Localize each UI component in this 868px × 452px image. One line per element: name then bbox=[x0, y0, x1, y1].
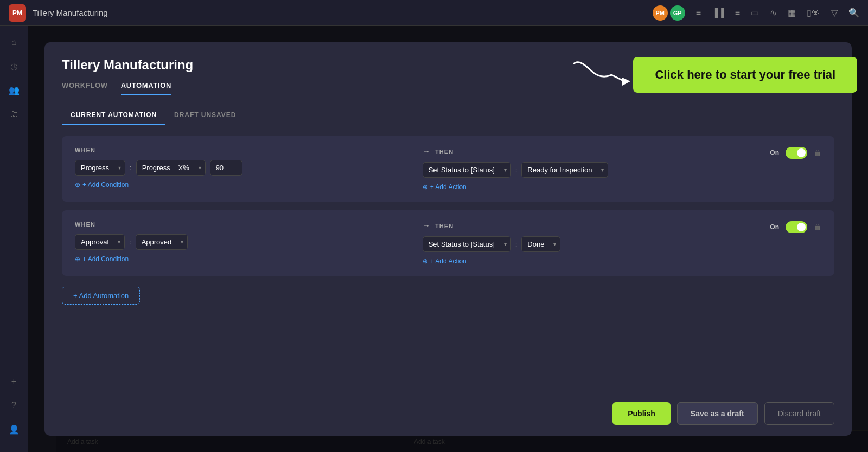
rule-conditions-row-2: Approval ▾ : Approved ▾ bbox=[75, 234, 414, 250]
top-bar-right-icons: 👁 ▽ 🔍 bbox=[812, 8, 859, 18]
delete-rule-1[interactable]: 🗑 bbox=[814, 148, 821, 157]
sidebar-item-users[interactable]: 👥 bbox=[4, 80, 24, 100]
when-field-wrap-1: Progress ▾ bbox=[75, 160, 125, 176]
rule-then-arrow-2: → bbox=[423, 221, 431, 230]
toolbar-icons: ≡ ▐▐ ≡ ▭ ∿ ▦ ▯ bbox=[696, 8, 812, 18]
file-icon[interactable]: ▯ bbox=[807, 8, 812, 18]
content-area: Tillery Manufacturing WORKFLOW AUTOMATIO… bbox=[28, 26, 868, 452]
add-action-2[interactable]: ⊕ + Add Action bbox=[423, 257, 762, 265]
tab-workflow[interactable]: WORKFLOW bbox=[62, 81, 108, 95]
add-condition-icon-2: ⊕ bbox=[75, 255, 80, 263]
sidebar-add[interactable]: + bbox=[4, 372, 24, 391]
rule-then-row-1: Set Status to [Status] ▾ : Ready for Ins… bbox=[423, 162, 762, 178]
rule-then-text-1: THEN bbox=[435, 148, 454, 155]
toggle-label-2: On bbox=[770, 223, 779, 231]
rule-main-2: WHEN Approval ▾ : bbox=[75, 221, 821, 265]
rule-when-label-2: WHEN bbox=[75, 221, 414, 228]
search-icon[interactable]: 🔍 bbox=[848, 8, 859, 18]
add-action-label-1: + Add Action bbox=[430, 183, 467, 191]
when-condition-wrap-1: Progress = X% ▾ bbox=[136, 160, 206, 176]
rule-when-2: WHEN Approval ▾ : bbox=[75, 221, 414, 263]
rule-then-arrow-1: → bbox=[423, 147, 431, 156]
then-action-wrap-2: Set Status to [Status] ▾ bbox=[423, 236, 511, 252]
tab-draft-unsaved[interactable]: DRAFT UNSAVED bbox=[165, 106, 245, 125]
then-value-wrap-2: Done ▾ bbox=[521, 236, 560, 252]
rule-then-text-2: THEN bbox=[435, 223, 454, 229]
when-condition-select-1[interactable]: Progress = X% bbox=[136, 160, 206, 176]
main-layout: ⌂ ◷ 👥 🗂 + ? 👤 Tillery Manufacturing WORK… bbox=[0, 26, 868, 452]
tab-current-automation[interactable]: CURRENT AUTOMATION bbox=[62, 106, 165, 125]
rule-sep-1: : bbox=[130, 164, 132, 172]
chart-icon[interactable]: ∿ bbox=[770, 8, 777, 18]
then-value-wrap-1: Ready for Inspection ▾ bbox=[521, 162, 608, 178]
then-sep-1: : bbox=[515, 166, 518, 174]
app-logo: PM bbox=[9, 4, 26, 22]
automation-modal: Tillery Manufacturing WORKFLOW AUTOMATIO… bbox=[44, 42, 852, 436]
add-action-icon-2: ⊕ bbox=[423, 257, 428, 265]
rule-main-1: WHEN Progress ▾ : bbox=[75, 147, 821, 191]
when-condition-select-2[interactable]: Approved bbox=[136, 234, 188, 250]
svg-marker-0 bbox=[622, 78, 630, 86]
automation-tabs: CURRENT AUTOMATION DRAFT UNSAVED bbox=[62, 106, 834, 125]
rule-controls-1: On 🗑 bbox=[770, 147, 821, 159]
when-field-wrap-2: Approval ▾ bbox=[75, 234, 125, 250]
sidebar-bottom: + ? 👤 bbox=[4, 372, 24, 445]
add-action-label-2: + Add Action bbox=[430, 257, 467, 265]
tab-automation[interactable]: AUTOMATION bbox=[121, 81, 171, 95]
then-value-select-2[interactable]: Done bbox=[521, 236, 560, 252]
sidebar-help[interactable]: ? bbox=[4, 396, 24, 415]
sidebar-item-clock[interactable]: ◷ bbox=[4, 56, 24, 76]
when-field-select-1[interactable]: Progress bbox=[75, 160, 125, 176]
top-bar-title: Tillery Manufacturing bbox=[33, 8, 653, 17]
avatar-group: PM GP bbox=[653, 5, 685, 21]
delete-rule-2[interactable]: 🗑 bbox=[814, 223, 821, 231]
then-action-wrap-1: Set Status to [Status] ▾ bbox=[423, 162, 511, 178]
filter-icon[interactable]: ▽ bbox=[831, 8, 838, 18]
publish-button[interactable]: Publish bbox=[612, 402, 671, 425]
when-field-select-2[interactable]: Approval bbox=[75, 234, 125, 250]
automation-rule-2: WHEN Approval ▾ : bbox=[62, 210, 834, 276]
discard-draft-button[interactable]: Discard draft bbox=[764, 402, 834, 425]
then-action-select-2[interactable]: Set Status to [Status] bbox=[423, 236, 511, 252]
add-condition-label-1: + Add Condition bbox=[82, 181, 129, 189]
sidebar-item-home[interactable]: ⌂ bbox=[4, 33, 24, 52]
then-action-select-1[interactable]: Set Status to [Status] bbox=[423, 162, 511, 178]
cta-free-trial-button[interactable]: Click here to start your free trial bbox=[633, 57, 857, 93]
when-value-input-1[interactable] bbox=[210, 160, 242, 176]
rule-then-row-2: Set Status to [Status] ▾ : Done ▾ bbox=[423, 236, 762, 252]
rule-then-label-1: → THEN bbox=[423, 147, 762, 156]
eye-icon[interactable]: 👁 bbox=[812, 8, 820, 18]
columns-icon[interactable]: ▐▐ bbox=[712, 8, 724, 18]
sidebar: ⌂ ◷ 👥 🗂 + ? 👤 bbox=[0, 26, 28, 452]
top-bar: PM Tillery Manufacturing PM GP ≡ ▐▐ ≡ ▭ … bbox=[0, 0, 868, 26]
rule-then-1: → THEN Set Status to [Status] ▾ bbox=[423, 147, 762, 191]
add-condition-icon-1: ⊕ bbox=[75, 181, 80, 189]
calendar-icon[interactable]: ▦ bbox=[788, 8, 796, 18]
add-automation-button[interactable]: + Add Automation bbox=[62, 287, 140, 305]
toggle-1[interactable] bbox=[786, 147, 807, 159]
rule-then-label-2: → THEN bbox=[423, 221, 762, 230]
rule-then-2: → THEN Set Status to [Status] ▾ bbox=[423, 221, 762, 265]
sidebar-profile[interactable]: 👤 bbox=[4, 419, 24, 439]
rule-conditions-row-1: Progress ▾ : Progress = X% ▾ bbox=[75, 160, 414, 176]
when-condition-wrap-2: Approved ▾ bbox=[136, 234, 188, 250]
cta-arrow-graphic bbox=[568, 53, 633, 96]
save-draft-button[interactable]: Save as a draft bbox=[677, 402, 758, 425]
add-action-icon-1: ⊕ bbox=[423, 183, 428, 191]
automation-rule-1: WHEN Progress ▾ : bbox=[62, 136, 834, 202]
list-icon[interactable]: ≡ bbox=[696, 8, 701, 18]
menu-icon[interactable]: ≡ bbox=[735, 8, 740, 18]
then-value-select-1[interactable]: Ready for Inspection bbox=[521, 162, 608, 178]
sidebar-item-folder[interactable]: 🗂 bbox=[4, 104, 24, 124]
avatar-pm: PM bbox=[653, 5, 668, 21]
modal-body: CURRENT AUTOMATION DRAFT UNSAVED WHEN Pr… bbox=[44, 95, 852, 391]
add-action-1[interactable]: ⊕ + Add Action bbox=[423, 183, 762, 191]
add-condition-1[interactable]: ⊕ + Add Condition bbox=[75, 181, 414, 189]
modal-footer: Publish Save as a draft Discard draft bbox=[44, 391, 852, 436]
then-sep-2: : bbox=[515, 240, 518, 248]
rule-sep-2: : bbox=[129, 238, 131, 246]
toggle-2[interactable] bbox=[786, 221, 807, 233]
add-condition-2[interactable]: ⊕ + Add Condition bbox=[75, 255, 414, 263]
rule-when-label-1: WHEN bbox=[75, 147, 414, 153]
table-icon[interactable]: ▭ bbox=[751, 8, 759, 18]
